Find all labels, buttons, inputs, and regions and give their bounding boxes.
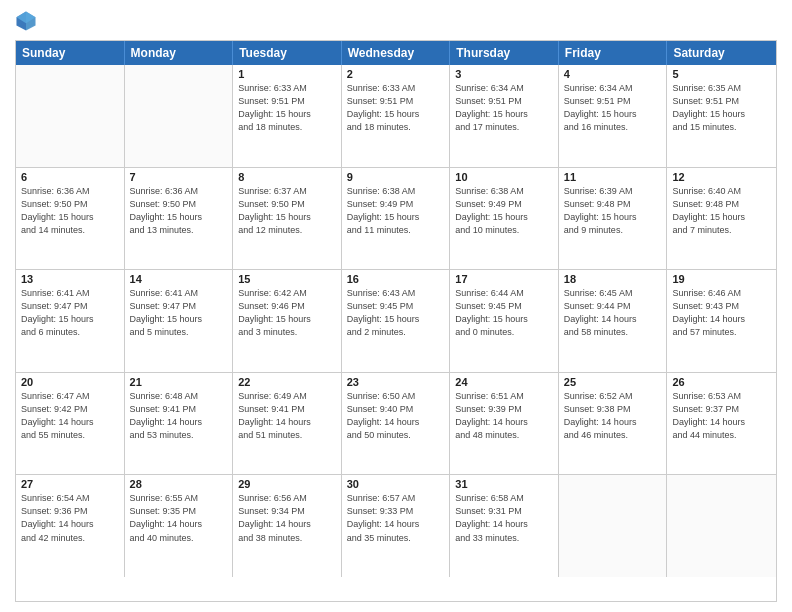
day-number: 23 [347,376,445,388]
calendar: SundayMondayTuesdayWednesdayThursdayFrid… [15,40,777,602]
day-number: 29 [238,478,336,490]
day-cell-27: 27Sunrise: 6:54 AM Sunset: 9:36 PM Dayli… [16,475,125,577]
day-cell-10: 10Sunrise: 6:38 AM Sunset: 9:49 PM Dayli… [450,168,559,270]
cell-content: Sunrise: 6:52 AM Sunset: 9:38 PM Dayligh… [564,390,662,442]
day-cell-1: 1Sunrise: 6:33 AM Sunset: 9:51 PM Daylig… [233,65,342,167]
day-cell-6: 6Sunrise: 6:36 AM Sunset: 9:50 PM Daylig… [16,168,125,270]
day-cell-13: 13Sunrise: 6:41 AM Sunset: 9:47 PM Dayli… [16,270,125,372]
calendar-body: 1Sunrise: 6:33 AM Sunset: 9:51 PM Daylig… [16,65,776,577]
day-cell-26: 26Sunrise: 6:53 AM Sunset: 9:37 PM Dayli… [667,373,776,475]
day-number: 26 [672,376,771,388]
day-number: 12 [672,171,771,183]
day-number: 7 [130,171,228,183]
day-number: 21 [130,376,228,388]
cell-content: Sunrise: 6:46 AM Sunset: 9:43 PM Dayligh… [672,287,771,339]
day-number: 20 [21,376,119,388]
day-number: 6 [21,171,119,183]
day-number: 27 [21,478,119,490]
day-cell-11: 11Sunrise: 6:39 AM Sunset: 9:48 PM Dayli… [559,168,668,270]
day-cell-29: 29Sunrise: 6:56 AM Sunset: 9:34 PM Dayli… [233,475,342,577]
empty-cell [125,65,234,167]
day-number: 9 [347,171,445,183]
cell-content: Sunrise: 6:39 AM Sunset: 9:48 PM Dayligh… [564,185,662,237]
day-number: 10 [455,171,553,183]
cell-content: Sunrise: 6:34 AM Sunset: 9:51 PM Dayligh… [455,82,553,134]
cell-content: Sunrise: 6:41 AM Sunset: 9:47 PM Dayligh… [130,287,228,339]
day-cell-15: 15Sunrise: 6:42 AM Sunset: 9:46 PM Dayli… [233,270,342,372]
day-cell-18: 18Sunrise: 6:45 AM Sunset: 9:44 PM Dayli… [559,270,668,372]
day-cell-30: 30Sunrise: 6:57 AM Sunset: 9:33 PM Dayli… [342,475,451,577]
day-cell-2: 2Sunrise: 6:33 AM Sunset: 9:51 PM Daylig… [342,65,451,167]
day-cell-9: 9Sunrise: 6:38 AM Sunset: 9:49 PM Daylig… [342,168,451,270]
cell-content: Sunrise: 6:50 AM Sunset: 9:40 PM Dayligh… [347,390,445,442]
cell-content: Sunrise: 6:33 AM Sunset: 9:51 PM Dayligh… [347,82,445,134]
day-number: 8 [238,171,336,183]
day-cell-5: 5Sunrise: 6:35 AM Sunset: 9:51 PM Daylig… [667,65,776,167]
day-number: 11 [564,171,662,183]
day-number: 19 [672,273,771,285]
day-number: 14 [130,273,228,285]
day-cell-22: 22Sunrise: 6:49 AM Sunset: 9:41 PM Dayli… [233,373,342,475]
cell-content: Sunrise: 6:38 AM Sunset: 9:49 PM Dayligh… [455,185,553,237]
calendar-header: SundayMondayTuesdayWednesdayThursdayFrid… [16,41,776,65]
empty-cell [559,475,668,577]
day-number: 1 [238,68,336,80]
day-header-wednesday: Wednesday [342,41,451,65]
cell-content: Sunrise: 6:44 AM Sunset: 9:45 PM Dayligh… [455,287,553,339]
week-row-4: 20Sunrise: 6:47 AM Sunset: 9:42 PM Dayli… [16,373,776,476]
day-cell-14: 14Sunrise: 6:41 AM Sunset: 9:47 PM Dayli… [125,270,234,372]
day-cell-3: 3Sunrise: 6:34 AM Sunset: 9:51 PM Daylig… [450,65,559,167]
day-header-monday: Monday [125,41,234,65]
logo-icon [15,10,37,32]
cell-content: Sunrise: 6:56 AM Sunset: 9:34 PM Dayligh… [238,492,336,544]
day-number: 13 [21,273,119,285]
cell-content: Sunrise: 6:37 AM Sunset: 9:50 PM Dayligh… [238,185,336,237]
cell-content: Sunrise: 6:33 AM Sunset: 9:51 PM Dayligh… [238,82,336,134]
week-row-3: 13Sunrise: 6:41 AM Sunset: 9:47 PM Dayli… [16,270,776,373]
cell-content: Sunrise: 6:35 AM Sunset: 9:51 PM Dayligh… [672,82,771,134]
day-cell-31: 31Sunrise: 6:58 AM Sunset: 9:31 PM Dayli… [450,475,559,577]
day-number: 17 [455,273,553,285]
cell-content: Sunrise: 6:45 AM Sunset: 9:44 PM Dayligh… [564,287,662,339]
cell-content: Sunrise: 6:53 AM Sunset: 9:37 PM Dayligh… [672,390,771,442]
day-number: 31 [455,478,553,490]
day-cell-7: 7Sunrise: 6:36 AM Sunset: 9:50 PM Daylig… [125,168,234,270]
day-cell-28: 28Sunrise: 6:55 AM Sunset: 9:35 PM Dayli… [125,475,234,577]
cell-content: Sunrise: 6:41 AM Sunset: 9:47 PM Dayligh… [21,287,119,339]
day-cell-23: 23Sunrise: 6:50 AM Sunset: 9:40 PM Dayli… [342,373,451,475]
day-number: 24 [455,376,553,388]
header [15,10,777,32]
day-header-tuesday: Tuesday [233,41,342,65]
day-number: 4 [564,68,662,80]
cell-content: Sunrise: 6:51 AM Sunset: 9:39 PM Dayligh… [455,390,553,442]
day-number: 22 [238,376,336,388]
day-number: 3 [455,68,553,80]
cell-content: Sunrise: 6:42 AM Sunset: 9:46 PM Dayligh… [238,287,336,339]
day-cell-16: 16Sunrise: 6:43 AM Sunset: 9:45 PM Dayli… [342,270,451,372]
day-cell-21: 21Sunrise: 6:48 AM Sunset: 9:41 PM Dayli… [125,373,234,475]
day-number: 2 [347,68,445,80]
week-row-5: 27Sunrise: 6:54 AM Sunset: 9:36 PM Dayli… [16,475,776,577]
page: SundayMondayTuesdayWednesdayThursdayFrid… [0,0,792,612]
logo [15,10,41,32]
empty-cell [16,65,125,167]
cell-content: Sunrise: 6:38 AM Sunset: 9:49 PM Dayligh… [347,185,445,237]
day-header-friday: Friday [559,41,668,65]
day-cell-24: 24Sunrise: 6:51 AM Sunset: 9:39 PM Dayli… [450,373,559,475]
week-row-1: 1Sunrise: 6:33 AM Sunset: 9:51 PM Daylig… [16,65,776,168]
cell-content: Sunrise: 6:49 AM Sunset: 9:41 PM Dayligh… [238,390,336,442]
day-number: 15 [238,273,336,285]
day-cell-20: 20Sunrise: 6:47 AM Sunset: 9:42 PM Dayli… [16,373,125,475]
day-cell-19: 19Sunrise: 6:46 AM Sunset: 9:43 PM Dayli… [667,270,776,372]
cell-content: Sunrise: 6:34 AM Sunset: 9:51 PM Dayligh… [564,82,662,134]
day-number: 25 [564,376,662,388]
empty-cell [667,475,776,577]
cell-content: Sunrise: 6:58 AM Sunset: 9:31 PM Dayligh… [455,492,553,544]
day-header-thursday: Thursday [450,41,559,65]
cell-content: Sunrise: 6:48 AM Sunset: 9:41 PM Dayligh… [130,390,228,442]
day-cell-4: 4Sunrise: 6:34 AM Sunset: 9:51 PM Daylig… [559,65,668,167]
cell-content: Sunrise: 6:43 AM Sunset: 9:45 PM Dayligh… [347,287,445,339]
day-number: 16 [347,273,445,285]
day-number: 28 [130,478,228,490]
cell-content: Sunrise: 6:57 AM Sunset: 9:33 PM Dayligh… [347,492,445,544]
